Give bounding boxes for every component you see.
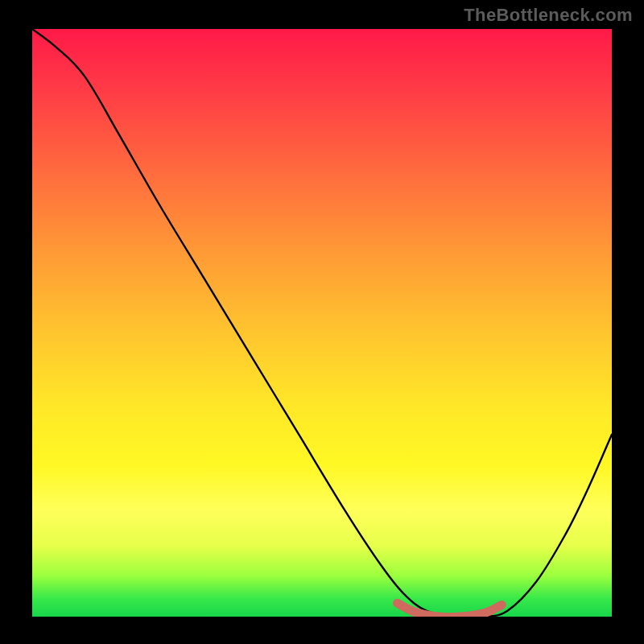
optimal-band-path xyxy=(398,603,502,617)
chart-frame: TheBottleneck.com xyxy=(0,0,644,644)
bottleneck-curve-path xyxy=(32,29,612,617)
curve-layer xyxy=(32,29,612,617)
plot-area xyxy=(32,29,612,617)
watermark-text: TheBottleneck.com xyxy=(464,5,633,26)
